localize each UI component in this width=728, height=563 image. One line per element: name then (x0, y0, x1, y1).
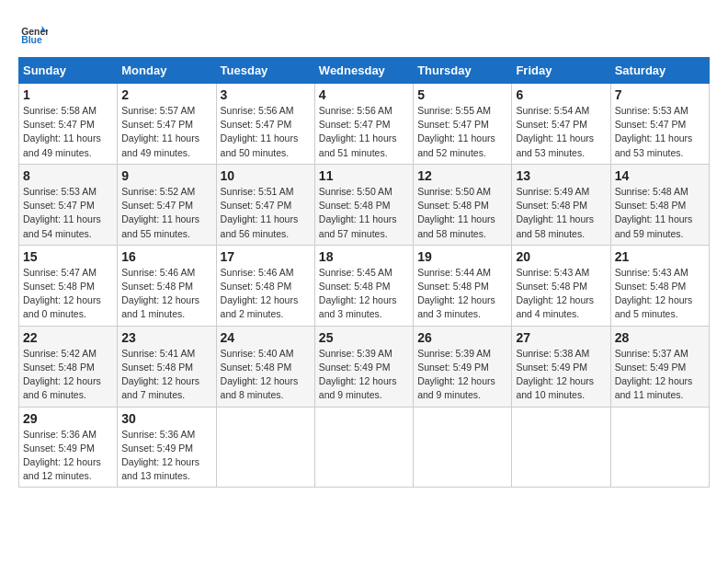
day-cell-20: 20 Sunrise: 5:43 AM Sunset: 5:48 PM Dayl… (512, 245, 610, 326)
day-detail: Sunrise: 5:47 AM Sunset: 5:48 PM Dayligh… (23, 266, 113, 322)
day-number: 16 (121, 249, 211, 264)
calendar-header-row: SundayMondayTuesdayWednesdayThursdayFrid… (19, 58, 710, 84)
header-sunday: Sunday (19, 58, 118, 84)
day-cell-3: 3 Sunrise: 5:56 AM Sunset: 5:47 PM Dayli… (216, 84, 314, 165)
day-cell-23: 23 Sunrise: 5:41 AM Sunset: 5:48 PM Dayl… (118, 326, 216, 407)
day-cell-2: 2 Sunrise: 5:57 AM Sunset: 5:47 PM Dayli… (118, 84, 216, 165)
svg-text:Blue: Blue (21, 35, 42, 45)
day-number: 25 (319, 330, 409, 345)
day-detail: Sunrise: 5:39 AM Sunset: 5:49 PM Dayligh… (417, 347, 507, 403)
day-number: 11 (319, 168, 409, 183)
day-detail: Sunrise: 5:53 AM Sunset: 5:47 PM Dayligh… (23, 185, 113, 241)
day-number: 28 (615, 330, 705, 345)
day-number: 14 (615, 168, 705, 183)
day-cell-27: 27 Sunrise: 5:38 AM Sunset: 5:49 PM Dayl… (512, 326, 610, 407)
day-cell-4: 4 Sunrise: 5:56 AM Sunset: 5:47 PM Dayli… (314, 84, 413, 165)
day-detail: Sunrise: 5:43 AM Sunset: 5:48 PM Dayligh… (615, 266, 705, 322)
day-cell-6: 6 Sunrise: 5:54 AM Sunset: 5:47 PM Dayli… (512, 84, 610, 165)
day-number: 15 (23, 249, 113, 264)
day-detail: Sunrise: 5:50 AM Sunset: 5:48 PM Dayligh… (319, 185, 409, 241)
day-detail: Sunrise: 5:56 AM Sunset: 5:47 PM Dayligh… (319, 104, 409, 160)
day-cell-28: 28 Sunrise: 5:37 AM Sunset: 5:49 PM Dayl… (610, 326, 709, 407)
day-number: 29 (23, 411, 113, 426)
day-cell-19: 19 Sunrise: 5:44 AM Sunset: 5:48 PM Dayl… (414, 245, 512, 326)
day-cell-13: 13 Sunrise: 5:49 AM Sunset: 5:48 PM Dayl… (512, 164, 610, 245)
empty-cell (512, 407, 610, 488)
day-number: 3 (221, 87, 311, 102)
day-detail: Sunrise: 5:46 AM Sunset: 5:48 PM Dayligh… (221, 266, 311, 322)
day-number: 10 (221, 168, 311, 183)
day-cell-14: 14 Sunrise: 5:48 AM Sunset: 5:48 PM Dayl… (610, 164, 709, 245)
day-cell-9: 9 Sunrise: 5:52 AM Sunset: 5:47 PM Dayli… (118, 164, 216, 245)
day-detail: Sunrise: 5:44 AM Sunset: 5:48 PM Dayligh… (417, 266, 507, 322)
header-thursday: Thursday (414, 58, 512, 84)
day-detail: Sunrise: 5:54 AM Sunset: 5:47 PM Dayligh… (516, 104, 606, 160)
day-cell-26: 26 Sunrise: 5:39 AM Sunset: 5:49 PM Dayl… (414, 326, 512, 407)
day-detail: Sunrise: 5:38 AM Sunset: 5:49 PM Dayligh… (516, 347, 606, 403)
logo-icon: General Blue (18, 18, 48, 48)
calendar-table: SundayMondayTuesdayWednesdayThursdayFrid… (18, 57, 710, 488)
day-cell-10: 10 Sunrise: 5:51 AM Sunset: 5:47 PM Dayl… (216, 164, 314, 245)
day-number: 13 (516, 168, 606, 183)
day-cell-15: 15 Sunrise: 5:47 AM Sunset: 5:48 PM Dayl… (19, 245, 118, 326)
day-number: 21 (615, 249, 705, 264)
day-number: 20 (516, 249, 606, 264)
day-number: 27 (516, 330, 606, 345)
day-number: 30 (121, 411, 211, 426)
calendar-week-5: 29 Sunrise: 5:36 AM Sunset: 5:49 PM Dayl… (19, 407, 710, 488)
day-detail: Sunrise: 5:53 AM Sunset: 5:47 PM Dayligh… (615, 104, 705, 160)
day-cell-1: 1 Sunrise: 5:58 AM Sunset: 5:47 PM Dayli… (19, 84, 118, 165)
header-tuesday: Tuesday (216, 58, 314, 84)
day-number: 24 (221, 330, 311, 345)
day-detail: Sunrise: 5:43 AM Sunset: 5:48 PM Dayligh… (516, 266, 606, 322)
day-detail: Sunrise: 5:55 AM Sunset: 5:47 PM Dayligh… (417, 104, 507, 160)
day-number: 1 (23, 87, 113, 102)
day-number: 23 (121, 330, 211, 345)
day-number: 17 (221, 249, 311, 264)
empty-cell (610, 407, 709, 488)
day-number: 9 (121, 168, 211, 183)
day-detail: Sunrise: 5:50 AM Sunset: 5:48 PM Dayligh… (417, 185, 507, 241)
day-number: 5 (417, 87, 507, 102)
day-cell-8: 8 Sunrise: 5:53 AM Sunset: 5:47 PM Dayli… (19, 164, 118, 245)
day-number: 4 (319, 87, 409, 102)
day-detail: Sunrise: 5:48 AM Sunset: 5:48 PM Dayligh… (615, 185, 705, 241)
day-detail: Sunrise: 5:36 AM Sunset: 5:49 PM Dayligh… (23, 428, 113, 484)
day-detail: Sunrise: 5:52 AM Sunset: 5:47 PM Dayligh… (121, 185, 211, 241)
day-number: 18 (319, 249, 409, 264)
day-number: 12 (417, 168, 507, 183)
header-wednesday: Wednesday (314, 58, 413, 84)
day-detail: Sunrise: 5:36 AM Sunset: 5:49 PM Dayligh… (121, 428, 211, 484)
day-cell-7: 7 Sunrise: 5:53 AM Sunset: 5:47 PM Dayli… (610, 84, 709, 165)
day-number: 7 (615, 87, 705, 102)
day-number: 8 (23, 168, 113, 183)
day-detail: Sunrise: 5:45 AM Sunset: 5:48 PM Dayligh… (319, 266, 409, 322)
day-cell-21: 21 Sunrise: 5:43 AM Sunset: 5:48 PM Dayl… (610, 245, 709, 326)
day-detail: Sunrise: 5:37 AM Sunset: 5:49 PM Dayligh… (615, 347, 705, 403)
day-cell-22: 22 Sunrise: 5:42 AM Sunset: 5:48 PM Dayl… (19, 326, 118, 407)
empty-cell (314, 407, 413, 488)
calendar-week-2: 8 Sunrise: 5:53 AM Sunset: 5:47 PM Dayli… (19, 164, 710, 245)
day-cell-16: 16 Sunrise: 5:46 AM Sunset: 5:48 PM Dayl… (118, 245, 216, 326)
day-detail: Sunrise: 5:49 AM Sunset: 5:48 PM Dayligh… (516, 185, 606, 241)
day-detail: Sunrise: 5:42 AM Sunset: 5:48 PM Dayligh… (23, 347, 113, 403)
day-cell-30: 30 Sunrise: 5:36 AM Sunset: 5:49 PM Dayl… (118, 407, 216, 488)
calendar-week-1: 1 Sunrise: 5:58 AM Sunset: 5:47 PM Dayli… (19, 84, 710, 165)
day-cell-12: 12 Sunrise: 5:50 AM Sunset: 5:48 PM Dayl… (414, 164, 512, 245)
day-detail: Sunrise: 5:40 AM Sunset: 5:48 PM Dayligh… (221, 347, 311, 403)
day-number: 22 (23, 330, 113, 345)
day-detail: Sunrise: 5:51 AM Sunset: 5:47 PM Dayligh… (221, 185, 311, 241)
day-detail: Sunrise: 5:56 AM Sunset: 5:47 PM Dayligh… (221, 104, 311, 160)
day-detail: Sunrise: 5:57 AM Sunset: 5:47 PM Dayligh… (121, 104, 211, 160)
day-cell-29: 29 Sunrise: 5:36 AM Sunset: 5:49 PM Dayl… (19, 407, 118, 488)
day-number: 26 (417, 330, 507, 345)
calendar-week-3: 15 Sunrise: 5:47 AM Sunset: 5:48 PM Dayl… (19, 245, 710, 326)
day-cell-17: 17 Sunrise: 5:46 AM Sunset: 5:48 PM Dayl… (216, 245, 314, 326)
day-cell-18: 18 Sunrise: 5:45 AM Sunset: 5:48 PM Dayl… (314, 245, 413, 326)
day-number: 6 (516, 87, 606, 102)
logo: General Blue (18, 18, 51, 48)
header-friday: Friday (512, 58, 610, 84)
day-cell-5: 5 Sunrise: 5:55 AM Sunset: 5:47 PM Dayli… (414, 84, 512, 165)
page-header: General Blue (18, 18, 710, 48)
calendar-week-4: 22 Sunrise: 5:42 AM Sunset: 5:48 PM Dayl… (19, 326, 710, 407)
